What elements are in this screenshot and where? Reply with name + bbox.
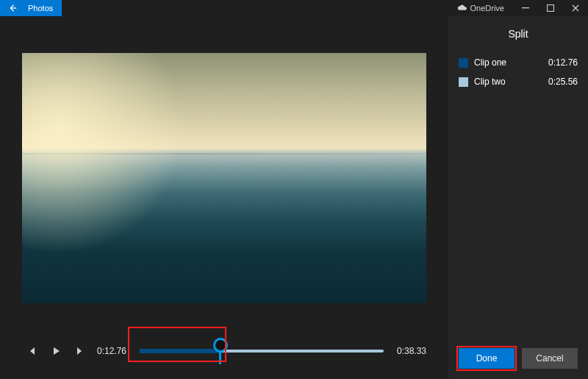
clip-one-duration: 0:12.76 (548, 57, 578, 68)
svg-rect-0 (522, 7, 529, 8)
minimize-button[interactable] (513, 0, 538, 16)
app-title: Photos (25, 0, 62, 16)
onedrive-status[interactable]: OneDrive (457, 0, 504, 16)
maximize-button[interactable] (538, 0, 563, 16)
cloud-icon (457, 4, 467, 12)
timeline-scrubber[interactable] (140, 338, 384, 364)
clip-row-one[interactable]: Clip one 0:12.76 (459, 53, 578, 72)
video-preview[interactable] (22, 53, 426, 303)
timeline-clip-one (140, 349, 220, 353)
clip-one-label: Clip one (474, 57, 506, 68)
total-time: 0:38.33 (391, 346, 426, 356)
playback-controls: 0:12.76 0:38.33 (0, 333, 448, 372)
video-editor: 0:12.76 0:38.33 (0, 16, 448, 379)
close-button[interactable] (563, 0, 588, 16)
previous-frame-button[interactable] (22, 342, 40, 360)
clip-two-label: Clip two (474, 77, 506, 87)
next-frame-button[interactable] (72, 342, 90, 360)
clip-one-swatch (459, 58, 468, 68)
play-button[interactable] (47, 342, 65, 360)
current-time: 0:12.76 (97, 346, 132, 356)
title-bar: Photos OneDrive (0, 0, 588, 16)
done-button[interactable]: Done (459, 348, 514, 369)
panel-title: Split (459, 28, 578, 40)
cancel-button[interactable]: Cancel (522, 348, 578, 369)
split-side-panel: Split Clip one 0:12.76 Clip two 0:25.56 … (448, 16, 588, 379)
back-button[interactable] (0, 0, 25, 16)
clip-two-swatch (459, 77, 468, 87)
clip-row-two[interactable]: Clip two 0:25.56 (459, 72, 578, 91)
playhead-handle[interactable] (213, 338, 228, 364)
svg-rect-1 (548, 5, 554, 12)
clip-two-duration: 0:25.56 (548, 77, 578, 87)
